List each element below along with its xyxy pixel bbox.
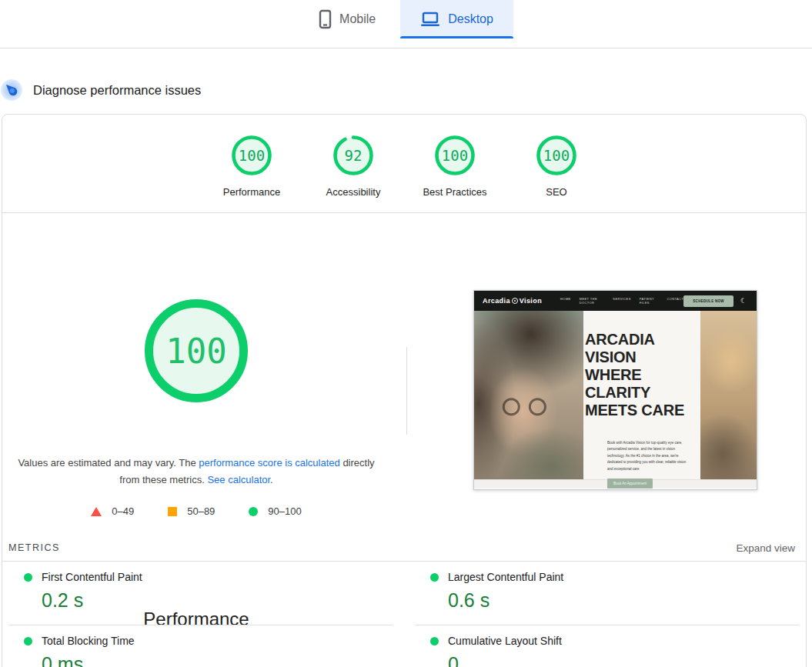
svg-text:92: 92 [345, 147, 363, 164]
metrics-grid: First Contentful Paint 0.2 s Largest Con… [8, 562, 800, 667]
preview-nav-services: SERVICES [613, 297, 630, 305]
seo-score-ring: 100 [536, 135, 577, 176]
disclaimer-text-pre: Values are estimated and may vary. The [18, 457, 199, 469]
metric-value: 0.2 s [8, 589, 393, 612]
preview-nav-meet-the-doctor: MEET THE DOCTOR [580, 297, 605, 305]
metric-name: Cumulative Layout Shift [448, 635, 562, 647]
metric-value: 0.6 s [415, 589, 800, 612]
svg-text:100: 100 [543, 147, 570, 164]
heading-line-2: VISION [585, 349, 700, 366]
tab-desktop[interactable]: Desktop [400, 0, 513, 38]
heading-line-3: WHERE [585, 366, 700, 384]
score-gauge-accessibility[interactable]: 92 Accessibility [302, 135, 404, 212]
preview-photo-woman-glasses [474, 311, 583, 479]
score-label-seo: SEO [546, 186, 566, 198]
calculation-link[interactable]: performance score is calculated [199, 457, 340, 469]
preview-logo-text1: Arcadia [483, 297, 510, 305]
pass-dot-icon [430, 637, 439, 645]
score-label-best-practices: Best Practices [423, 186, 486, 198]
heading-line-1: ARCADIA [585, 331, 700, 349]
metrics-heading: METRICS [8, 542, 60, 553]
metric-total-blocking-time: Total Blocking Time 0 ms [8, 625, 393, 667]
preview-nav-links: HOME MEET THE DOCTOR SERVICES PATIENT FI… [560, 297, 683, 305]
score-legend: 0–49 50–89 90–100 [2, 505, 390, 517]
legend-pass-range: 90–100 [249, 505, 301, 517]
metric-name: Total Blocking Time [42, 635, 135, 647]
best-practices-score-ring: 100 [434, 135, 476, 176]
metric-name: First Contentful Paint [42, 571, 142, 583]
mobile-phone-icon [319, 9, 332, 29]
score-gauge-best-practices[interactable]: 100 Best Practices [404, 135, 506, 212]
metric-value: 0 ms [8, 653, 393, 667]
accessibility-score-ring: 92 [332, 135, 374, 176]
heading-line-5: MEETS CARE [585, 402, 700, 419]
performance-gauge: 100 Performance [145, 299, 248, 402]
preview-hero: ARCADIA VISION WHERE CLARITY MEETS CARE … [474, 311, 757, 479]
metric-name: Largest Contentful Paint [448, 571, 563, 583]
preview-logo: Arcadia Vision [483, 297, 542, 305]
legend-pass-label: 90–100 [268, 505, 301, 517]
preview-navbar: Arcadia Vision HOME MEET THE DOCTOR SERV… [474, 291, 757, 311]
site-screenshot-thumbnail[interactable]: Arcadia Vision HOME MEET THE DOCTOR SERV… [473, 290, 757, 490]
legend-average-label: 50–89 [187, 505, 215, 517]
tab-mobile[interactable]: Mobile [299, 0, 396, 38]
preview-hero-heading: ARCADIA VISION WHERE CLARITY MEETS CARE [585, 331, 700, 419]
metric-cumulative-layout-shift: Cumulative Layout Shift 0 [415, 625, 800, 667]
metric-largest-contentful-paint: Largest Contentful Paint 0.6 s [415, 562, 800, 625]
tab-desktop-label: Desktop [448, 12, 493, 26]
tab-mobile-label: Mobile [339, 12, 376, 26]
svg-text:100: 100 [239, 147, 265, 164]
device-tab-bar: Mobile Desktop [0, 0, 812, 48]
pass-dot-icon [24, 573, 32, 582]
legend-fail-range: 0–49 [91, 505, 134, 517]
score-label-accessibility: Accessibility [326, 186, 381, 198]
score-gauge-seo[interactable]: 100 SEO [506, 135, 607, 212]
legend-average-range: 50–89 [168, 505, 215, 517]
score-gauge-performance[interactable]: 100 Performance [201, 135, 302, 212]
metric-first-contentful-paint: First Contentful Paint 0.2 s [8, 562, 393, 625]
see-calculator-link[interactable]: See calculator [207, 474, 270, 485]
pass-circle-icon [249, 507, 258, 516]
diagnose-header: Diagnose performance issues [0, 74, 201, 106]
category-scores-row: 100 Performance 92 Accessibility 100 Be [2, 115, 806, 213]
preview-book-appointment-button: Book An Appointment [607, 479, 653, 489]
performance-gauge-value: 100 [165, 332, 226, 371]
legend-fail-label: 0–49 [112, 505, 134, 517]
preview-logo-text2: Vision [520, 297, 542, 305]
eye-logo-icon [512, 298, 518, 304]
fail-triangle-icon [91, 507, 102, 516]
preview-nav-home: HOME [560, 297, 571, 305]
disclaimer-text-end: . [270, 474, 273, 485]
preview-hero-content: ARCADIA VISION WHERE CLARITY MEETS CARE … [583, 311, 700, 479]
performance-score-ring: 100 [231, 135, 272, 176]
metrics-header: METRICS Expand view [2, 535, 806, 562]
pagespeed-report: Mobile Desktop Diagnose performance i [0, 0, 812, 667]
preview-nav-contact: CONTACT [667, 297, 683, 305]
moon-icon: ☾ [740, 297, 747, 305]
pass-dot-icon [24, 637, 32, 645]
expand-view-button[interactable]: Expand view [736, 542, 795, 554]
average-square-icon [168, 507, 177, 516]
pass-dot-icon [430, 573, 439, 582]
score-label-performance: Performance [223, 186, 280, 198]
preview-nav-patient-files: PATIENT FILES [640, 297, 659, 305]
desktop-laptop-icon [420, 12, 440, 28]
score-disclaimer: Values are estimated and may vary. The p… [15, 455, 378, 489]
preview-hero-paragraph: Book with Arcadia Vision for top-quality… [607, 440, 687, 472]
vertical-divider [406, 347, 407, 435]
performance-gauge-ring: 100 [145, 299, 248, 402]
heading-line-4: CLARITY [585, 384, 700, 402]
preview-photo-woman-blonde [700, 311, 757, 479]
diagnose-title: Diagnose performance issues [33, 83, 201, 98]
report-card: 100 Performance 92 Accessibility 100 Be [2, 114, 807, 667]
svg-text:100: 100 [442, 147, 468, 164]
speedometer-icon [1, 79, 22, 101]
preview-schedule-button: Schedule Now [683, 295, 733, 307]
metric-value: 0 [415, 653, 800, 667]
